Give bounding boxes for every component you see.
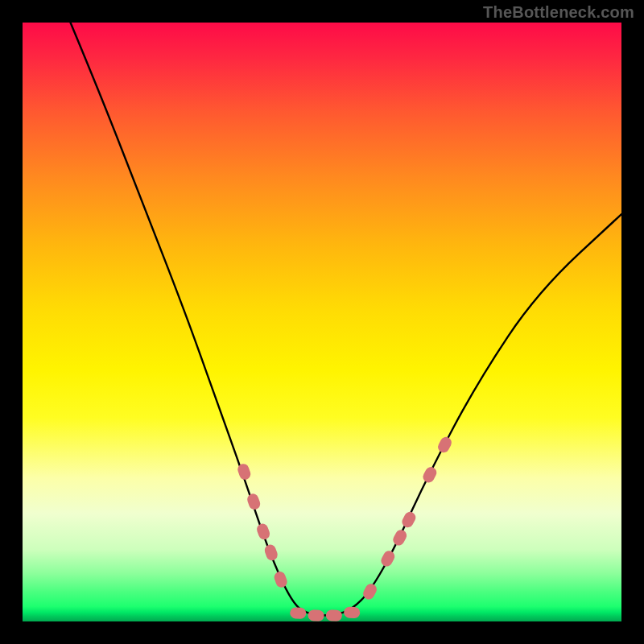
marker-capsule <box>246 492 262 511</box>
marker-capsule <box>391 528 409 547</box>
marker-capsule <box>255 522 271 542</box>
marker-capsule <box>436 435 454 454</box>
marker-capsule <box>273 570 289 589</box>
marker-capsule <box>400 510 418 529</box>
marker-capsule <box>379 549 397 568</box>
marker-capsule <box>308 609 324 621</box>
watermark-text: TheBottleneck.com <box>483 3 634 22</box>
marker-capsule <box>421 465 439 485</box>
data-markers <box>236 435 453 621</box>
bottleneck-curve <box>71 23 621 616</box>
marker-capsule <box>326 609 343 621</box>
plot-background-gradient <box>23 23 621 621</box>
marker-capsule <box>263 543 279 563</box>
marker-capsule <box>290 607 307 619</box>
chart-svg <box>23 23 621 621</box>
marker-capsule <box>344 606 361 618</box>
